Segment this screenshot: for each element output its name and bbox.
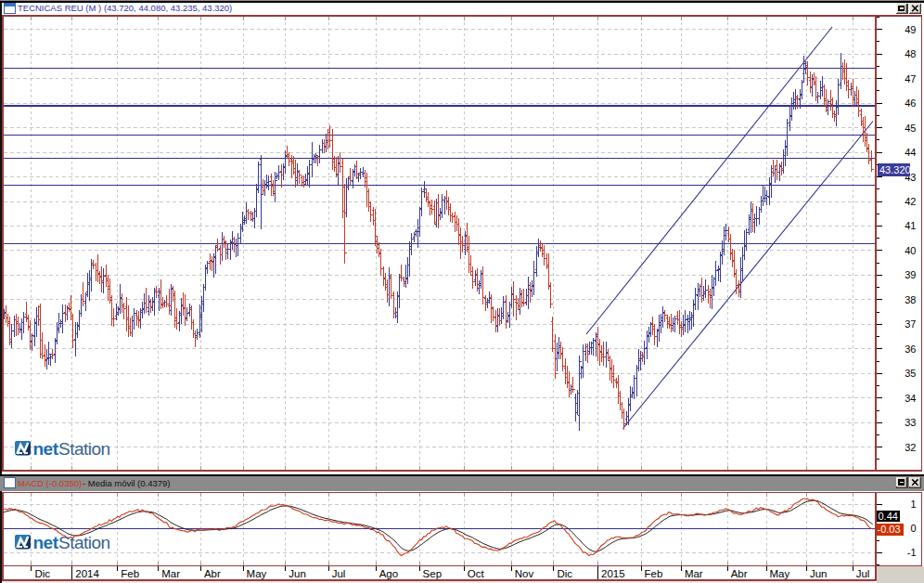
svg-text:Feb: Feb	[645, 568, 663, 579]
svg-text:May: May	[770, 568, 790, 579]
svg-text:38: 38	[905, 294, 916, 305]
svg-text:Sep: Sep	[423, 568, 442, 579]
svg-text:Abr: Abr	[204, 568, 221, 579]
svg-text:37: 37	[905, 318, 916, 330]
svg-text:net: net	[33, 533, 59, 552]
svg-text:Mar: Mar	[685, 568, 703, 579]
svg-text:Jun: Jun	[810, 568, 828, 579]
svg-text:Station: Station	[58, 439, 110, 459]
svg-text:36: 36	[905, 343, 916, 355]
svg-text:-1: -1	[907, 547, 917, 558]
svg-text:Dic: Dic	[34, 568, 50, 579]
svg-text:Nov: Nov	[515, 568, 534, 579]
svg-text:40: 40	[905, 245, 916, 256]
svg-text:-0.03: -0.03	[878, 524, 901, 535]
svg-text:Jun: Jun	[289, 568, 306, 579]
svg-text:MACD (-0.0350): MACD (-0.0350)	[18, 478, 82, 488]
svg-text:Oct: Oct	[468, 568, 485, 579]
svg-text:Ago: Ago	[379, 568, 398, 579]
svg-text:46: 46	[905, 97, 916, 109]
svg-text:43.320: 43.320	[879, 164, 911, 175]
svg-text:- Media móvil (0.4379): - Media móvil (0.4379)	[83, 478, 171, 488]
svg-text:0.44: 0.44	[879, 511, 898, 522]
svg-text:47: 47	[905, 73, 916, 84]
svg-text:Abr: Abr	[731, 568, 748, 579]
svg-text:49: 49	[905, 24, 916, 35]
svg-text:0: 0	[910, 523, 916, 534]
svg-text:TECNICAS REU (M ) (43.720, 44.: TECNICAS REU (M ) (43.720, 44.080, 43.23…	[18, 3, 232, 13]
svg-text:39: 39	[905, 269, 916, 280]
svg-text:Jul: Jul	[856, 568, 870, 579]
svg-text:2015: 2015	[601, 568, 625, 579]
svg-text:1: 1	[910, 499, 916, 510]
svg-text:42: 42	[905, 196, 916, 207]
svg-text:32: 32	[905, 442, 916, 453]
svg-text:May: May	[247, 568, 267, 579]
svg-text:34: 34	[905, 393, 916, 404]
svg-text:Station: Station	[58, 533, 110, 552]
svg-text:Dic: Dic	[557, 568, 572, 579]
svg-text:35: 35	[905, 368, 916, 379]
svg-text:45: 45	[905, 123, 916, 134]
svg-text:48: 48	[905, 48, 916, 59]
svg-text:Feb: Feb	[121, 568, 139, 579]
svg-text:41: 41	[905, 220, 916, 231]
svg-text:33: 33	[905, 417, 916, 428]
svg-text:44: 44	[905, 147, 916, 158]
svg-text:Jul: Jul	[332, 568, 346, 579]
svg-text:2014: 2014	[75, 568, 99, 579]
svg-text:net: net	[33, 439, 59, 459]
svg-text:Mar: Mar	[161, 568, 180, 579]
